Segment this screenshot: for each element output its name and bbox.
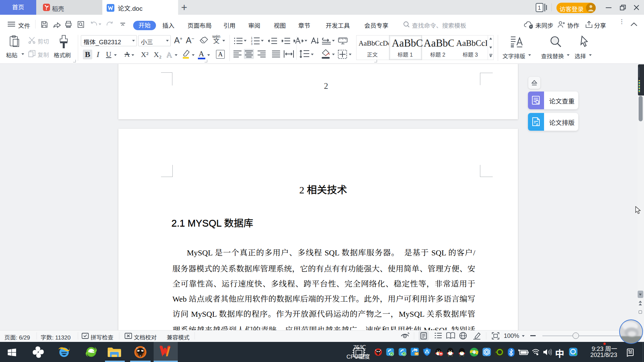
svg-text:K: K <box>140 355 141 357</box>
svg-text:A: A <box>536 123 538 126</box>
svg-text:3: 3 <box>251 42 253 45</box>
svg-text:1: 1 <box>538 5 541 11</box>
